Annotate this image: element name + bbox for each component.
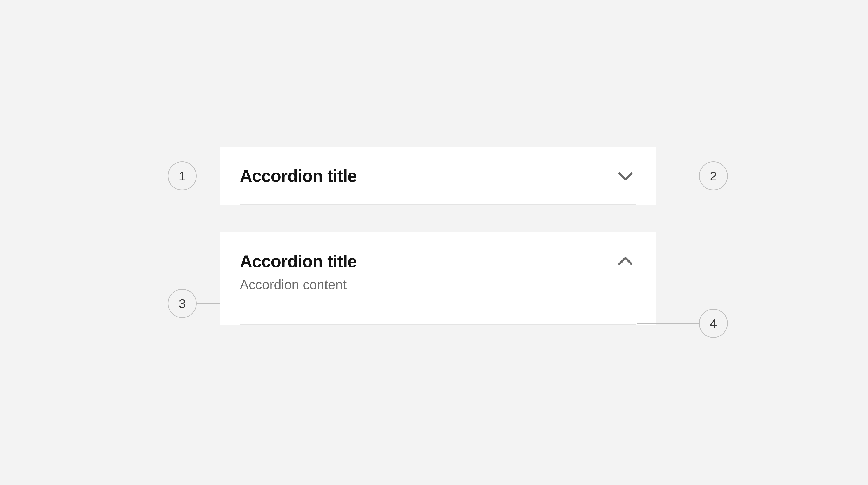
accordion-title: Accordion title [240, 167, 357, 184]
annotation-2: 2 [656, 161, 728, 190]
annotation-badge: 3 [168, 289, 197, 318]
annotation-badge: 1 [168, 161, 197, 190]
annotation-badge: 2 [699, 161, 728, 190]
accordion-header[interactable]: Accordion title [220, 147, 656, 205]
chevron-up-icon [615, 251, 636, 272]
annotation-leader-line [656, 176, 699, 176]
annotation-1: 1 [168, 161, 220, 190]
annotation-leader-line [637, 323, 699, 324]
annotation-badge: 4 [699, 309, 728, 338]
annotation-4: 4 [637, 309, 728, 338]
accordion-content: Accordion content [220, 277, 656, 299]
accordion-expanded: Accordion title Accordion content [220, 233, 656, 325]
accordion-divider [240, 325, 636, 325]
accordion-divider [240, 204, 636, 205]
chevron-down-icon [615, 165, 636, 186]
annotation-leader-line [197, 303, 220, 304]
annotation-leader-line [197, 176, 220, 176]
annotation-3: 3 [168, 289, 220, 318]
accordion-title: Accordion title [240, 253, 357, 270]
diagram-stage: Accordion title Accordion title Accordio… [0, 0, 868, 485]
accordion-collapsed: Accordion title [220, 147, 656, 205]
